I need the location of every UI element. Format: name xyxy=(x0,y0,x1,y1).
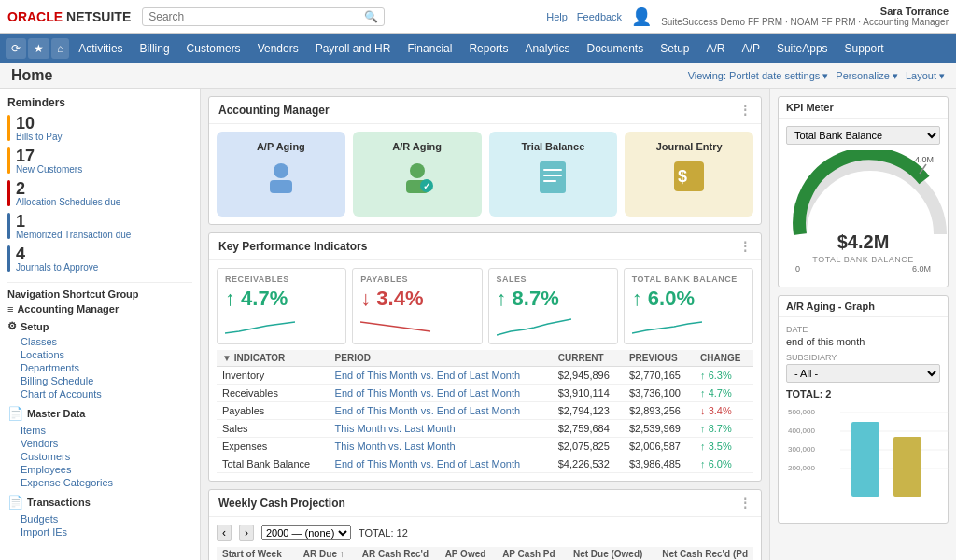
kpi-portlet-menu[interactable]: ⋮ xyxy=(738,239,752,254)
nav-activities[interactable]: Activities xyxy=(71,36,130,61)
kpi-col-period[interactable]: PERIOD xyxy=(330,350,553,367)
svg-rect-7 xyxy=(543,169,562,171)
am-card-label: Journal Entry xyxy=(634,141,744,152)
wcp-portlet-menu[interactable]: ⋮ xyxy=(738,496,752,511)
nav-billing-schedule[interactable]: Billing Schedule xyxy=(7,374,192,387)
user-avatar: 👤 xyxy=(631,7,652,27)
feedback-link[interactable]: Feedback xyxy=(577,11,622,22)
nav-setup-group[interactable]: ⚙ Setup xyxy=(7,320,192,332)
nav-master-data-group[interactable]: 📄 Master Data xyxy=(7,406,192,421)
nav-ar[interactable]: A/R xyxy=(699,36,733,61)
nav-vendors-link[interactable]: Vendors xyxy=(7,437,192,450)
svg-rect-1 xyxy=(270,180,292,193)
nav-customers[interactable]: Customers xyxy=(179,36,248,61)
nav-employees[interactable]: Employees xyxy=(7,463,192,476)
kpi-sales: SALES ↑ 8.7% xyxy=(488,268,618,344)
reminder-label[interactable]: Allocation Schedules due xyxy=(16,197,120,207)
page-title: Home xyxy=(11,67,52,84)
wcp-table: Start of Week AR Due ↑ AR Cash Rec'd AP … xyxy=(217,547,753,560)
nav-financial[interactable]: Financial xyxy=(400,36,459,61)
nav-locations[interactable]: Locations xyxy=(7,348,192,361)
am-card-journal-entry[interactable]: Journal Entry $ xyxy=(625,132,753,217)
svg-rect-23 xyxy=(893,437,921,497)
wcp-next-btn[interactable]: › xyxy=(239,525,254,541)
reminder-number: 10 xyxy=(16,115,62,132)
am-card-trial-balance[interactable]: Trial Balance xyxy=(489,132,618,217)
wcp-col-net-cash: Net Cash Rec'd (Pd xyxy=(648,547,753,560)
accounting-manager-portlet: Accounting Manager ⋮ A/P Aging xyxy=(208,96,762,225)
nav-customers-link[interactable]: Customers xyxy=(7,450,192,463)
nav-departments[interactable]: Departments xyxy=(7,361,192,374)
home-icon[interactable]: ⌂ xyxy=(51,38,69,59)
nav-classes[interactable]: Classes xyxy=(7,335,192,348)
wcp-col-ar-due[interactable]: AR Due ↑ xyxy=(293,547,350,560)
search-bar[interactable]: 🔍 xyxy=(142,7,385,26)
favorites-icon[interactable]: ★ xyxy=(28,38,49,59)
gauge-max: 6.0M xyxy=(912,264,931,273)
nav-analytics[interactable]: Analytics xyxy=(517,36,577,61)
personalize-button[interactable]: Personalize ▾ xyxy=(836,70,898,82)
wcp-prev-btn[interactable]: ‹ xyxy=(217,525,232,541)
reminder-memorized: 1 Memorized Transaction due xyxy=(7,213,192,240)
doc-icon: 📄 xyxy=(7,406,23,421)
ar-date-label: DATE xyxy=(786,325,940,334)
wcp-col-week: Start of Week xyxy=(217,547,293,560)
am-card-ar-aging[interactable]: A/R Aging ✓ xyxy=(353,132,482,217)
reminder-label[interactable]: Journals to Approve xyxy=(16,262,98,273)
am-card-label: Trial Balance xyxy=(499,141,609,152)
wcp-year-select[interactable]: 2000 — (none) xyxy=(261,525,351,540)
ap-aging-icon xyxy=(226,158,336,202)
table-row: Inventory End of This Month vs. End of L… xyxy=(217,367,753,385)
reminder-label[interactable]: New Customers xyxy=(16,164,82,175)
reminder-allocation: 2 Allocation Schedules due xyxy=(7,180,192,207)
reminder-bar xyxy=(7,180,10,206)
nav-support[interactable]: Support xyxy=(837,36,892,61)
help-link[interactable]: Help xyxy=(546,11,568,22)
table-row: Sales This Month vs. Last Month $2,759,6… xyxy=(217,420,753,438)
kpi-col-change[interactable]: CHANGE xyxy=(695,350,753,367)
gauge-min: 0 xyxy=(795,264,800,273)
reminder-number: 2 xyxy=(16,180,120,197)
nav-budgets[interactable]: Budgets xyxy=(7,512,192,525)
kpi-col-current[interactable]: CURRENT xyxy=(553,350,624,367)
reminder-label[interactable]: Memorized Transaction due xyxy=(16,230,131,240)
portlet-date-settings[interactable]: Viewing: Portlet date settings ▾ xyxy=(688,70,829,82)
nav-suiteapps[interactable]: SuiteApps xyxy=(769,36,836,61)
kpi-col-indicator[interactable]: ▼ INDICATOR xyxy=(217,350,330,367)
main-content: Accounting Manager ⋮ A/P Aging xyxy=(201,89,769,560)
nav-import-ies[interactable]: Import IEs xyxy=(7,525,192,539)
nav-payroll[interactable]: Payroll and HR xyxy=(308,36,399,61)
table-row: Payables End of This Month vs. End of La… xyxy=(217,402,753,420)
home-recent-icon[interactable]: ⟳ xyxy=(6,38,26,59)
svg-text:300,000: 300,000 xyxy=(788,445,815,454)
svg-rect-8 xyxy=(543,175,562,176)
table-row: Receivables End of This Month vs. End of… xyxy=(217,385,753,402)
ar-subsidiary-select[interactable]: - All - xyxy=(786,364,940,383)
ar-date-value: end of this month xyxy=(786,336,940,347)
ar-aging-portlet: A/R Aging - Graph DATE end of this month… xyxy=(778,295,949,524)
nav-items[interactable]: Items xyxy=(7,424,192,437)
am-card-ap-aging[interactable]: A/P Aging xyxy=(217,132,345,217)
wcp-total: TOTAL: 12 xyxy=(358,527,408,539)
sparkline-sales xyxy=(497,315,610,338)
nav-transactions-group[interactable]: 📄 Transactions xyxy=(7,495,192,510)
nav-vendors[interactable]: Vendors xyxy=(250,36,306,61)
reminder-bar xyxy=(7,213,10,239)
reminder-journals: 4 Journals to Approve xyxy=(7,245,192,273)
search-input[interactable] xyxy=(148,10,364,23)
nav-chart-of-accounts[interactable]: Chart of Accounts xyxy=(7,387,192,400)
nav-reports[interactable]: Reports xyxy=(461,36,515,61)
nav-billing[interactable]: Billing xyxy=(133,36,177,61)
nav-documents[interactable]: Documents xyxy=(579,36,651,61)
am-card-label: A/P Aging xyxy=(226,141,336,152)
portlet-menu[interactable]: ⋮ xyxy=(738,103,752,118)
reminder-label[interactable]: Bills to Pay xyxy=(16,132,62,142)
nav-setup[interactable]: Setup xyxy=(653,36,696,61)
kpi-col-previous[interactable]: PREVIOUS xyxy=(624,350,695,367)
nav-accounting-manager[interactable]: ≡ Accounting Manager xyxy=(7,303,192,315)
kpi-meter-select[interactable]: Total Bank Balance xyxy=(786,126,940,145)
layout-button[interactable]: Layout ▾ xyxy=(906,70,945,82)
nav-ap[interactable]: A/P xyxy=(735,36,767,61)
nav-expense-categories[interactable]: Expense Categories xyxy=(7,476,192,489)
search-icon: 🔍 xyxy=(364,10,378,23)
